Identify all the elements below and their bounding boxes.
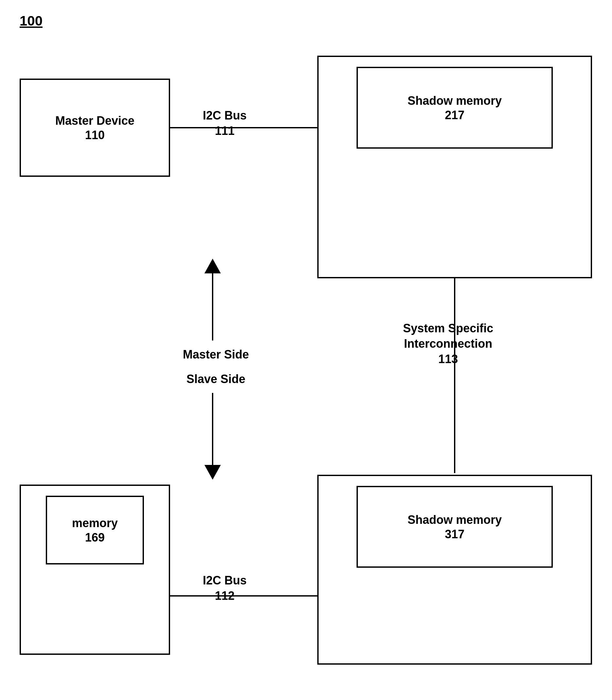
master-device-box: Master Device 110 — [19, 79, 170, 177]
slave-device-simulator-box: Slave Device Simulator 115 Shadow memory… — [317, 56, 592, 278]
shadow-memory-217-box: Shadow memory 217 — [357, 67, 553, 149]
i2c-bus-111-label: I2C Bus 111 — [203, 108, 247, 139]
slave-side-label: Slave Side — [160, 372, 272, 387]
master-device-simulator-box: Master Device Simulator 120 Shadow memor… — [317, 475, 592, 665]
slave-device-box: Slave device 125 memory 169 — [19, 485, 170, 655]
system-specific-label: System Specific Interconnection 113 — [360, 321, 537, 367]
i2c-bus-112-label: I2C Bus 112 — [203, 573, 247, 604]
memory-169-box: memory 169 — [46, 496, 144, 564]
shadow-memory-317-label: Shadow memory — [407, 512, 502, 528]
memory-169-number: 169 — [85, 531, 105, 544]
shadow-memory-317-number: 317 — [445, 527, 464, 541]
shadow-memory-217-label: Shadow memory — [407, 93, 502, 109]
svg-marker-6 — [205, 465, 221, 480]
figure-label: 100 — [19, 13, 43, 29]
diagram-container: 100 Master Device 110 Slave Device Simul… — [0, 0, 612, 700]
svg-marker-4 — [205, 259, 221, 273]
master-device-number: 110 — [85, 128, 105, 142]
shadow-memory-217-number: 217 — [445, 108, 464, 122]
master-side-label: Master Side — [160, 347, 272, 362]
shadow-memory-317-box: Shadow memory 317 — [357, 486, 553, 568]
master-device-label: Master Device — [55, 113, 135, 129]
memory-169-label: memory — [72, 516, 118, 531]
